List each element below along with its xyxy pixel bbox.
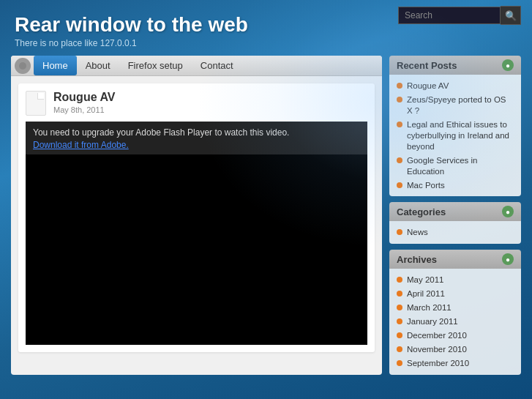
post-icon — [26, 91, 46, 116]
post-title-area: Rougue AV May 8th, 2011 — [53, 91, 115, 114]
search-input[interactable] — [398, 7, 501, 24]
recent-posts-icon: ● — [502, 59, 514, 71]
bullet-icon — [397, 360, 402, 366]
recent-posts-header: Recent Posts ● — [389, 56, 521, 75]
list-item[interactable]: March 2011 — [397, 301, 514, 315]
bullet-icon — [397, 305, 402, 310]
nav-item-about[interactable]: About — [77, 56, 119, 75]
content-area: Home About Firefox setup Contact Rougue … — [11, 56, 382, 375]
archives-header: Archives ● — [389, 250, 521, 269]
nav-item-contact[interactable]: Contact — [192, 56, 242, 75]
categories-header: Categories ● — [389, 202, 521, 221]
bullet-icon — [397, 97, 402, 102]
list-item[interactable]: Rougue AV — [397, 79, 514, 93]
list-item[interactable]: January 2011 — [397, 315, 514, 329]
list-item[interactable]: News — [397, 225, 514, 239]
bullet-icon — [397, 182, 402, 188]
sidebar: Recent Posts ● Rougue AV Zeus/Spyeye por… — [389, 56, 521, 375]
recent-posts-title: Recent Posts — [397, 60, 457, 71]
video-download-link[interactable]: Download it from Adobe. — [33, 140, 360, 150]
list-item[interactable]: Mac Ports — [397, 179, 514, 193]
post-date: May 8th, 2011 — [53, 105, 115, 114]
categories-section: Categories ● News — [389, 202, 521, 244]
header: 🔍 Rear window to the web There is no pla… — [0, 0, 532, 56]
list-item[interactable]: December 2010 — [397, 329, 514, 343]
list-item[interactable]: Legal and Ethical issues to cyberbullyin… — [397, 118, 514, 154]
list-item[interactable]: September 2010 — [397, 357, 514, 370]
bullet-icon — [397, 346, 402, 352]
site-subtitle: There is no place like 127.0.0.1 — [15, 38, 517, 48]
list-item[interactable]: April 2011 — [397, 287, 514, 301]
list-item[interactable]: Google Services in Education — [397, 154, 514, 179]
bullet-icon — [397, 122, 402, 127]
recent-posts-section: Recent Posts ● Rougue AV Zeus/Spyeye por… — [389, 56, 521, 196]
video-player — [26, 154, 367, 345]
bullet-icon — [397, 332, 402, 338]
search-button[interactable]: 🔍 — [501, 6, 521, 25]
nav-item-home[interactable]: Home — [34, 56, 77, 75]
categories-title: Categories — [397, 206, 446, 217]
categories-icon: ● — [502, 206, 514, 217]
post-container: Rougue AV May 8th, 2011 You need to upgr… — [18, 83, 375, 352]
svg-point-0 — [19, 62, 26, 70]
bullet-icon — [397, 157, 402, 163]
nav-bar: Home About Firefox setup Contact — [11, 56, 382, 76]
list-item[interactable]: May 2011 — [397, 273, 514, 287]
archives-content: May 2011 April 2011 March 2011 January 2… — [389, 269, 521, 375]
archives-icon: ● — [502, 253, 514, 265]
list-item[interactable]: Zeus/Spyeye ported to OS X ? — [397, 93, 514, 118]
recent-posts-content: Rougue AV Zeus/Spyeye ported to OS X ? L… — [389, 75, 521, 196]
post-title: Rougue AV — [53, 91, 115, 104]
bullet-icon — [397, 318, 402, 324]
archives-section: Archives ● May 2011 April 2011 March 201… — [389, 250, 521, 375]
list-item[interactable]: November 2010 — [397, 343, 514, 357]
post-header: Rougue AV May 8th, 2011 — [26, 91, 367, 116]
video-notice-text: You need to upgrade your Adobe Flash Pla… — [33, 127, 360, 138]
nav-item-firefox[interactable]: Firefox setup — [119, 56, 192, 75]
bullet-icon — [397, 291, 402, 297]
bullet-icon — [397, 277, 402, 283]
search-bar: 🔍 — [398, 6, 521, 25]
main-layout: Home About Firefox setup Contact Rougue … — [0, 56, 532, 375]
bullet-icon — [397, 83, 402, 89]
categories-content: News — [389, 221, 521, 244]
archives-title: Archives — [397, 254, 437, 265]
home-icon — [15, 58, 31, 74]
video-notice: You need to upgrade your Adobe Flash Pla… — [26, 122, 367, 154]
bullet-icon — [397, 229, 402, 235]
